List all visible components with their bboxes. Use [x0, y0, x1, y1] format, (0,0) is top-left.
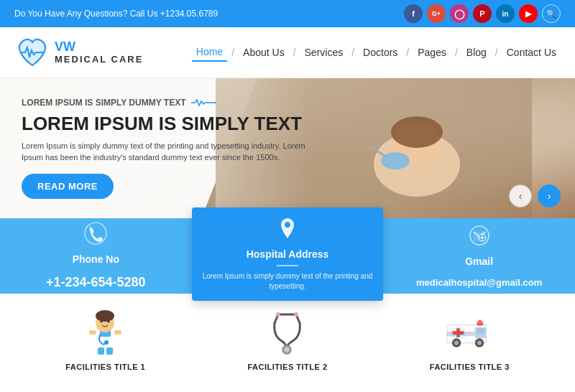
google-plus-icon[interactable]: G+ [427, 4, 446, 23]
linkedin-icon[interactable]: in [496, 4, 515, 23]
facebook-icon[interactable]: f [404, 4, 423, 23]
phone-title: Phone No [73, 253, 119, 265]
top-bar: Do You Have Any Questions? Call Us +1234… [0, 0, 575, 27]
gmail-card: Gmail medicalhospital@gmail.com [383, 218, 575, 294]
facility-title-1: FACILITIES TITLE 1 [65, 363, 145, 371]
svg-point-3 [391, 116, 443, 148]
facility-item-3: FACILITIES TITLE 3 [379, 307, 561, 371]
svg-point-10 [481, 236, 484, 239]
nav-home[interactable]: Home [192, 43, 227, 62]
gmail-value: medicalhospital@gmail.com [416, 277, 542, 288]
contact-text: Do You Have Any Questions? Call Us +1234… [14, 9, 218, 19]
stethoscope-icon [262, 307, 313, 357]
svg-point-31 [285, 347, 289, 352]
gmail-title: Gmail [465, 256, 493, 267]
svg-point-21 [108, 321, 110, 323]
nav-sep-4: / [406, 47, 409, 58]
hero-nav-arrows: ‹ › [509, 185, 561, 207]
navbar: VW MEDICAL CARE Home / About Us / Servic… [0, 27, 575, 78]
nav-pages[interactable]: Pages [413, 44, 451, 61]
svg-rect-25 [98, 347, 104, 355]
hero-title: LOREM IPSUM IS SIMPLY TEXT [22, 113, 309, 134]
social-icons-group: f G+ ◯ P in ▶ 🔍 [404, 4, 561, 23]
svg-point-6 [85, 223, 106, 244]
nav-contact[interactable]: Contact Us [502, 44, 561, 61]
svg-rect-47 [447, 334, 475, 336]
logo-svg [14, 34, 50, 70]
nav-links: Home / About Us / Services / Doctors / P… [192, 43, 561, 62]
facility-item-1: FACILITIES TITLE 1 [14, 307, 196, 371]
pulse-line-icon [191, 98, 216, 107]
nav-sep-3: / [351, 47, 354, 58]
facility-title-3: FACILITIES TITLE 3 [430, 363, 510, 371]
pinterest-icon[interactable]: P [473, 4, 492, 23]
svg-point-19 [96, 310, 114, 322]
nav-about[interactable]: About Us [239, 44, 289, 61]
nav-doctors[interactable]: Doctors [359, 44, 402, 61]
address-title: Hospital Address [247, 248, 329, 260]
svg-point-22 [104, 340, 109, 345]
ambulance-icon [444, 307, 494, 357]
logo-text: VW MEDICAL CARE [55, 40, 143, 65]
phone-card: Phone No +1-234-654-5280 [0, 218, 192, 294]
email-icon [468, 224, 491, 251]
logo-name: MEDICAL CARE [55, 55, 143, 65]
read-more-button[interactable]: READ MORE [22, 174, 114, 199]
address-card: Hospital Address Lorem Ipsum is simply d… [192, 207, 384, 301]
location-icon [277, 217, 298, 244]
hero-small-title: LOREM IPSUM IS SIMPLY DUMMY TEXT [22, 98, 309, 108]
nav-services[interactable]: Services [300, 44, 348, 61]
nav-sep-2: / [293, 47, 296, 58]
svg-rect-26 [106, 347, 113, 355]
nav-blog[interactable]: Blog [462, 44, 491, 61]
info-cards-row: Phone No +1-234-654-5280 Hospital Addres… [0, 218, 575, 294]
svg-rect-41 [477, 328, 484, 334]
phone-value: +1-234-654-5280 [46, 275, 146, 290]
hero-section: LOREM IPSUM IS SIMPLY DUMMY TEXT LOREM I… [0, 78, 575, 218]
svg-point-4 [381, 152, 410, 169]
svg-rect-24 [114, 330, 121, 335]
youtube-icon[interactable]: ▶ [519, 4, 538, 23]
svg-point-32 [276, 312, 280, 317]
svg-point-45 [477, 340, 482, 345]
svg-rect-23 [89, 330, 96, 335]
facilities-row: FACILITIES TITLE 1 FACILITIES TITLE 2 [0, 294, 575, 378]
phone-icon [84, 222, 107, 249]
svg-point-33 [294, 312, 298, 317]
facility-item-2: FACILITIES TITLE 2 [196, 307, 378, 371]
svg-rect-46 [447, 332, 475, 334]
search-icon[interactable]: 🔍 [542, 4, 561, 23]
logo-vw: VW [55, 40, 143, 55]
hero-description: Lorem Ipsum is simply dummy text of the … [22, 140, 309, 164]
nav-sep-1: / [231, 47, 234, 58]
svg-point-40 [478, 320, 482, 325]
hero-next-button[interactable]: › [538, 185, 561, 207]
doctor-icon [80, 307, 131, 357]
address-divider [277, 265, 298, 266]
hero-prev-button[interactable]: ‹ [509, 185, 532, 207]
logo: VW MEDICAL CARE [14, 34, 143, 70]
svg-point-43 [454, 340, 459, 345]
facility-title-2: FACILITIES TITLE 2 [247, 363, 327, 371]
svg-point-20 [101, 321, 103, 323]
hero-content: LOREM IPSUM IS SIMPLY DUMMY TEXT LOREM I… [22, 98, 309, 199]
nav-sep-6: / [495, 47, 498, 58]
nav-sep-5: / [455, 47, 458, 58]
address-desc: Lorem Ipsum is simply dummy text of the … [201, 271, 375, 291]
instagram-icon[interactable]: ◯ [450, 4, 469, 23]
